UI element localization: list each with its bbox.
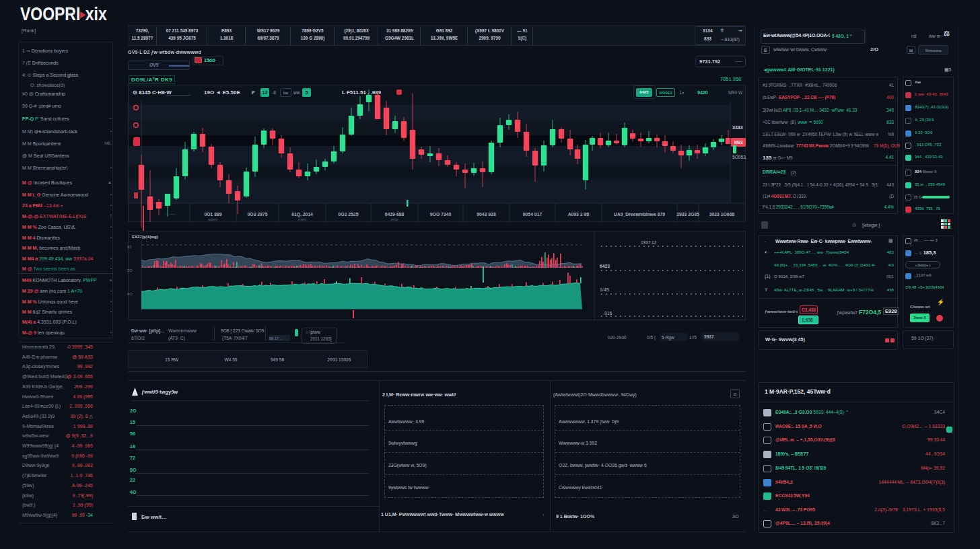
- svg-text:1937.12: 1937.12: [641, 240, 657, 245]
- svg-text:916: 916: [604, 311, 612, 316]
- svg-text:1/4S: 1/4S: [600, 287, 609, 292]
- svg-text:6423: 6423: [600, 264, 610, 268]
